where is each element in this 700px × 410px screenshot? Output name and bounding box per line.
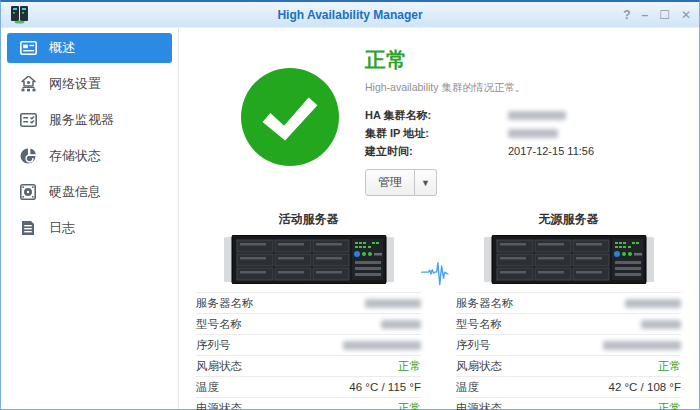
- active-server-table: 服务器名称 型号名称 序列号 风扇状态正常 温度46 °C / 115 °F 电…: [196, 292, 421, 410]
- active-server-section: 活动服务器 服务器名称 型号名称 序列号 风扇状态正常 温度46 °C / 11…: [196, 211, 421, 410]
- active-server-rack-image: [196, 235, 421, 284]
- status-badge: 正常: [291, 356, 421, 377]
- redacted-value: [641, 320, 681, 329]
- manage-button[interactable]: 管理: [365, 169, 415, 196]
- app-window: High Availability Manager ? – ☐ ✕ 概述: [0, 0, 700, 410]
- redacted-value: [625, 299, 681, 308]
- ha-cluster-name-label: HA 集群名称:: [365, 108, 508, 123]
- disk-info-icon: [19, 183, 37, 201]
- passive-server-table: 服务器名称 型号名称 序列号 风扇状态正常 温度42 °C / 108 °F 电…: [456, 292, 681, 410]
- cluster-ip-label: 集群 IP 地址:: [365, 126, 508, 141]
- table-row: 风扇状态正常: [196, 356, 421, 377]
- status-badge: 正常: [291, 398, 421, 410]
- maximize-icon[interactable]: ☐: [659, 9, 670, 21]
- service-monitor-icon: [19, 111, 37, 129]
- sidebar-item-label: 硬盘信息: [49, 183, 101, 201]
- table-row: 风扇状态正常: [456, 356, 681, 377]
- status-title: 正常: [365, 46, 681, 74]
- sidebar-item-label: 服务监视器: [49, 111, 114, 129]
- passive-server-section: 无源服务器 服务器名称 型号名称 序列号 风扇状态正常 温度42 °C / 10…: [456, 211, 681, 410]
- ha-cluster-name-value-redacted: [508, 111, 566, 120]
- status-check-icon: [241, 68, 339, 196]
- active-server-title: 活动服务器: [196, 211, 421, 228]
- overview-panel: 正常 High-availability 集群的情况正常。 HA 集群名称: 集…: [179, 28, 700, 409]
- sidebar-item-disk-info[interactable]: 硬盘信息: [7, 177, 172, 207]
- log-icon: [19, 219, 37, 237]
- redacted-value: [603, 341, 681, 350]
- created-time-value: 2017-12-15 11:56: [508, 145, 594, 157]
- help-icon[interactable]: ?: [623, 9, 630, 21]
- sidebar-item-service-monitor[interactable]: 服务监视器: [7, 105, 172, 135]
- table-row: 型号名称: [196, 314, 421, 335]
- table-row: 电源状态正常: [456, 398, 681, 410]
- chevron-down-icon: ▼: [421, 178, 430, 188]
- overview-icon: [19, 39, 37, 57]
- app-logo-icon: [9, 5, 31, 24]
- created-time-label: 建立时间:: [365, 144, 508, 159]
- status-description: High-availability 集群的情况正常。: [365, 81, 681, 95]
- status-badge: 正常: [551, 398, 681, 410]
- table-row: 温度46 °C / 115 °F: [196, 377, 421, 398]
- status-badge: 正常: [551, 356, 681, 377]
- sidebar-item-overview[interactable]: 概述: [7, 33, 172, 63]
- redacted-value: [343, 341, 421, 350]
- sidebar-item-label: 概述: [49, 39, 75, 57]
- table-row: 序列号: [456, 335, 681, 356]
- table-row: 型号名称: [456, 314, 681, 335]
- window-title: High Availability Manager: [1, 8, 699, 22]
- passive-server-title: 无源服务器: [456, 211, 681, 228]
- minimize-icon[interactable]: –: [641, 9, 648, 21]
- table-row: 服务器名称: [456, 293, 681, 314]
- cluster-ip-value-redacted: [508, 129, 558, 138]
- table-row: 电源状态正常: [196, 398, 421, 410]
- sidebar-item-label: 存储状态: [49, 147, 101, 165]
- network-settings-icon: [19, 75, 37, 93]
- table-row: 温度42 °C / 108 °F: [456, 377, 681, 398]
- storage-status-icon: [19, 147, 37, 165]
- manage-dropdown-button[interactable]: ▼: [415, 169, 437, 196]
- sidebar-item-network-settings[interactable]: 网络设置: [7, 69, 172, 99]
- heartbeat-icon: [421, 211, 456, 410]
- redacted-value: [365, 299, 421, 308]
- close-icon[interactable]: ✕: [681, 9, 691, 21]
- redacted-value: [381, 320, 421, 329]
- titlebar: High Availability Manager ? – ☐ ✕: [1, 2, 699, 28]
- passive-server-rack-image: [456, 235, 681, 284]
- sidebar-item-label: 日志: [49, 219, 75, 237]
- sidebar-item-label: 网络设置: [49, 75, 101, 93]
- sidebar-item-log[interactable]: 日志: [7, 213, 172, 243]
- table-row: 序列号: [196, 335, 421, 356]
- sidebar-item-storage-status[interactable]: 存储状态: [7, 141, 172, 171]
- table-row: 服务器名称: [196, 293, 421, 314]
- sidebar: 概述 网络设置: [1, 28, 179, 409]
